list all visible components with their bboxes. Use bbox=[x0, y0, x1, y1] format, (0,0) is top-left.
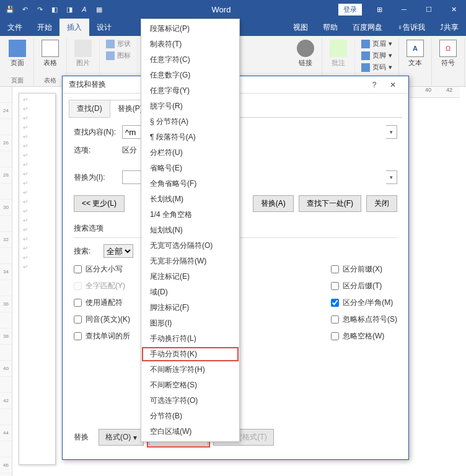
header-button[interactable]: 页眉 ▾ bbox=[359, 38, 395, 49]
vertical-ruler: 2426 2830 3234 3638 4042 4446 bbox=[0, 87, 12, 476]
menu-item[interactable]: 长划线(M) bbox=[141, 192, 239, 207]
search-scope-label: 搜索: bbox=[74, 246, 99, 257]
replace-all-button[interactable]: 替换(A) bbox=[253, 195, 294, 212]
menu-item[interactable]: 域(D) bbox=[141, 284, 239, 300]
icon-button[interactable]: 图标 bbox=[103, 50, 133, 61]
menu-item[interactable]: 无宽非分隔符(W) bbox=[141, 253, 239, 269]
find-history-dropdown[interactable]: ▾ bbox=[386, 125, 397, 139]
link-button[interactable]: 链接 bbox=[293, 38, 318, 69]
table-button[interactable]: 表格 bbox=[38, 38, 63, 69]
menu-item[interactable]: 不间断连字符(H) bbox=[141, 362, 239, 377]
find-next-button[interactable]: 查找下一处(F) bbox=[299, 195, 361, 212]
qat-icon[interactable]: ◨ bbox=[64, 4, 74, 14]
opt-sounds-like[interactable]: 同音(英文)(K) bbox=[74, 314, 130, 325]
pagenum-button[interactable]: 页码 ▾ bbox=[359, 62, 395, 73]
menu-item[interactable]: 任意字符(C) bbox=[141, 52, 239, 68]
menu-item[interactable]: 手动分页符(K) bbox=[141, 346, 239, 362]
redo-icon[interactable]: ↷ bbox=[35, 4, 45, 14]
opt-ignore-punct[interactable]: 忽略标点符号(S) bbox=[331, 314, 397, 325]
menu-item[interactable]: 分栏符(U) bbox=[141, 145, 239, 161]
text-icon: A bbox=[407, 40, 424, 57]
right-options: 区分前缀(X) 区分后缀(T) 区分全/半角(M) 忽略标点符号(S) 忽略空格… bbox=[331, 264, 397, 342]
picture-button[interactable]: 图片 bbox=[71, 38, 95, 69]
format-button[interactable]: 格式(O) ▾ bbox=[99, 429, 144, 446]
symbol-icon: Ω bbox=[439, 40, 457, 57]
document-page[interactable]: ↵↵↵↵ ↵↵↵↵ ↵↵↵↵ ↵↵↵↵ ↵↵↵ bbox=[19, 93, 56, 465]
page-button[interactable]: 页面 bbox=[5, 38, 30, 69]
ribbon-group-page: 页面 页面 bbox=[1, 38, 34, 86]
ribbon-options-icon[interactable]: ⊞ bbox=[367, 0, 392, 19]
menu-item[interactable]: 省略号(E) bbox=[141, 161, 239, 176]
menu-item[interactable]: 无宽可选分隔符(O) bbox=[141, 238, 239, 253]
minimize-icon[interactable]: ─ bbox=[392, 0, 416, 19]
comment-button[interactable]: 批注 bbox=[326, 38, 351, 69]
comment-icon bbox=[330, 40, 347, 57]
opt-whole-word[interactable]: 全字匹配(Y) bbox=[74, 281, 130, 291]
menu-item[interactable]: 尾注标记(E) bbox=[141, 269, 239, 284]
title-bar: 💾 ↶ ↷ ◧ ◨ A ▦ Word 登录 ⊞ ─ ☐ ✕ bbox=[0, 0, 466, 19]
undo-icon[interactable]: ↶ bbox=[20, 4, 30, 14]
options-value: 区分 bbox=[122, 145, 137, 156]
tab-find[interactable]: 查找(D) bbox=[69, 100, 110, 118]
footer-button[interactable]: 页脚 ▾ bbox=[359, 50, 395, 61]
opt-fullhalf[interactable]: 区分全/半角(M) bbox=[331, 298, 397, 308]
tell-me[interactable]: ♀ 告诉我 bbox=[390, 19, 433, 36]
table-icon bbox=[42, 40, 59, 57]
search-scope-select[interactable]: 全部 bbox=[103, 244, 133, 258]
menu-item[interactable]: 1/4 全角空格 bbox=[141, 207, 239, 223]
menu-item[interactable]: 不间断空格(S) bbox=[141, 377, 239, 393]
footer-icon bbox=[361, 51, 370, 60]
share-button[interactable]: ⤴ 共享 bbox=[433, 19, 466, 36]
tab-help[interactable]: 帮助 bbox=[315, 19, 345, 36]
maximize-icon[interactable]: ☐ bbox=[416, 0, 441, 19]
less-button[interactable]: << 更少(L) bbox=[74, 195, 125, 212]
find-label: 查找内容(N): bbox=[74, 127, 117, 138]
opt-word-forms[interactable]: 查找单词的所 bbox=[74, 331, 130, 342]
close-icon[interactable]: ✕ bbox=[441, 0, 466, 19]
tab-design[interactable]: 设计 bbox=[89, 19, 119, 36]
menu-item[interactable]: ¶ 段落符号(A) bbox=[141, 130, 239, 145]
menu-item[interactable]: 可选连字符(O) bbox=[141, 393, 239, 408]
header-icon bbox=[361, 40, 370, 48]
menu-item[interactable]: 手动换行符(L) bbox=[141, 331, 239, 346]
tab-view[interactable]: 视图 bbox=[286, 19, 315, 36]
menu-item[interactable]: § 分节符(A) bbox=[141, 114, 239, 130]
opt-wildcards[interactable]: 使用通配符 bbox=[74, 298, 130, 308]
menu-item[interactable]: 段落标记(P) bbox=[141, 21, 239, 37]
tab-file[interactable]: 文件 bbox=[0, 19, 30, 36]
tab-home[interactable]: 开始 bbox=[30, 19, 59, 36]
opt-suffix[interactable]: 区分后缀(T) bbox=[331, 281, 397, 291]
menu-item[interactable]: 制表符(T) bbox=[141, 37, 239, 52]
qat-icon[interactable]: ◧ bbox=[50, 4, 59, 14]
symbol-button[interactable]: Ω符号 bbox=[436, 38, 460, 69]
save-icon[interactable]: 💾 bbox=[5, 4, 15, 14]
help-icon[interactable]: ? bbox=[365, 81, 384, 89]
close-icon[interactable]: ✕ bbox=[384, 81, 402, 89]
tab-baidu[interactable]: 百度网盘 bbox=[345, 19, 390, 36]
opt-prefix[interactable]: 区分前缀(X) bbox=[331, 264, 397, 275]
quick-access-toolbar: 💾 ↶ ↷ ◧ ◨ A ▦ bbox=[0, 4, 104, 14]
title-right: 登录 ⊞ ─ ☐ ✕ bbox=[338, 0, 466, 19]
menu-item[interactable]: 脱字号(R) bbox=[141, 99, 239, 114]
opt-match-case[interactable]: 区分大小写 bbox=[74, 264, 130, 275]
menu-item[interactable]: 图形(I) bbox=[141, 315, 239, 331]
replace-history-dropdown[interactable]: ▾ bbox=[386, 170, 397, 184]
close-button[interactable]: 关闭 bbox=[366, 195, 397, 212]
menu-item[interactable]: 空白区域(W) bbox=[141, 424, 239, 439]
login-button[interactable]: 登录 bbox=[338, 4, 362, 15]
clear-format-icon[interactable]: A bbox=[79, 4, 89, 14]
menu-item[interactable]: 分节符(B) bbox=[141, 408, 239, 424]
menu-item[interactable]: 脚注标记(F) bbox=[141, 300, 239, 315]
left-options: 区分大小写 全字匹配(Y) 使用通配符 同音(英文)(K) 查找单词的所 bbox=[74, 264, 130, 342]
opt-ignore-space[interactable]: 忽略空格(W) bbox=[331, 331, 397, 342]
tab-insert[interactable]: 插入 bbox=[59, 19, 89, 36]
picture-icon bbox=[74, 40, 92, 57]
menu-item[interactable]: 任意数字(G) bbox=[141, 68, 239, 83]
shape-button[interactable]: 形状 bbox=[103, 38, 133, 49]
menu-item[interactable]: 短划线(N) bbox=[141, 223, 239, 238]
menu-item[interactable]: 全角省略号(F) bbox=[141, 176, 239, 192]
qat-icon[interactable]: ▦ bbox=[94, 4, 104, 14]
text-button[interactable]: A文本 bbox=[403, 38, 428, 69]
menu-item[interactable]: 任意字母(Y) bbox=[141, 83, 239, 99]
replace-label: 替换为(I): bbox=[74, 172, 117, 183]
